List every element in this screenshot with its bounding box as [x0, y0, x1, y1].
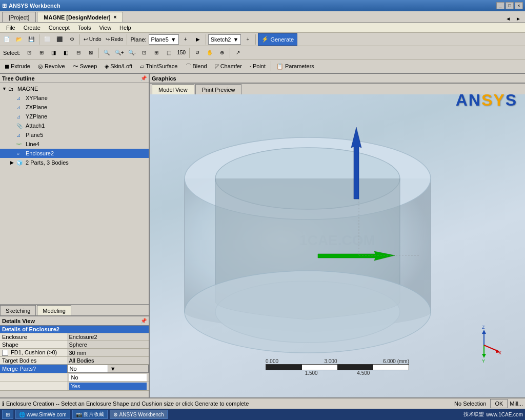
- tb-icon1[interactable]: ⬜: [42, 34, 53, 45]
- generate-btn[interactable]: ⚡ Generate: [258, 33, 297, 46]
- svg-text:X: X: [498, 350, 501, 355]
- minimize-btn[interactable]: _: [496, 2, 504, 9]
- zoom-extent-btn[interactable]: ⊕: [216, 47, 228, 58]
- open-btn[interactable]: 📂: [13, 34, 25, 45]
- scale-seg-4: [373, 365, 409, 370]
- close-btn[interactable]: ×: [515, 2, 523, 9]
- sep3: [127, 34, 127, 45]
- save-btn[interactable]: 💾: [26, 34, 37, 45]
- view-btn5[interactable]: ⊞: [151, 47, 162, 58]
- menu-concept[interactable]: Concept: [45, 24, 74, 32]
- tab-modeling[interactable]: Modeling: [37, 305, 71, 315]
- sep8: [230, 48, 230, 58]
- view-btn3[interactable]: 🔍-: [126, 47, 137, 58]
- tab-next-btn[interactable]: ►: [514, 15, 523, 22]
- view-btn7[interactable]: 150: [175, 47, 187, 58]
- taskbar: ⊞ 🌐 www.SimWe.com 📷 图片收藏 ⚙ ANSYS Workben…: [0, 409, 525, 420]
- start-btn[interactable]: ⊞: [2, 410, 13, 419]
- extrude-btn[interactable]: ◼ Extrude: [1, 60, 34, 72]
- graphics-area[interactable]: Graphics ANSYS 1CAE.COM: [150, 74, 525, 397]
- details-pin-icon[interactable]: 📌: [140, 318, 147, 324]
- undo-btn[interactable]: ↩ Undo: [82, 34, 103, 45]
- option-no[interactable]: No: [69, 374, 147, 381]
- parameters-btn[interactable]: 📋 Parameters: [273, 60, 318, 72]
- merge-dropdown-arrow[interactable]: ▼: [108, 365, 148, 372]
- scale-ruler: 0.000 3.000 6.000 (mm) 1.500 4.500: [266, 358, 409, 376]
- plane-add-btn[interactable]: +: [180, 34, 191, 45]
- chamfer-btn[interactable]: ◸ Chamfer: [211, 60, 246, 72]
- point-btn[interactable]: · Point: [246, 60, 269, 72]
- revolve-icon: ◎: [38, 63, 43, 70]
- menu-file[interactable]: File: [2, 24, 19, 32]
- tab-sketching[interactable]: Sketching: [0, 305, 36, 315]
- status-mill-text: Mill...: [510, 401, 523, 407]
- select-mode6[interactable]: ⊠: [85, 47, 96, 58]
- sweep-btn[interactable]: 〜 Sweep: [69, 60, 101, 72]
- taskbar-photos[interactable]: 📷 图片收藏: [72, 410, 108, 419]
- tab-prev-btn[interactable]: ◄: [503, 15, 513, 22]
- thinsurface-btn[interactable]: ▱ Thin/Surface: [136, 60, 181, 72]
- taskbar-simwe[interactable]: 🌐 www.SimWe.com: [15, 410, 70, 419]
- view-btn6[interactable]: ⬚: [163, 47, 174, 58]
- tree-item-line4[interactable]: 〰 Line4: [0, 139, 149, 149]
- select-mode1[interactable]: ⊡: [24, 47, 35, 58]
- option-yes[interactable]: Yes: [69, 383, 147, 390]
- chamfer-icon: ◸: [215, 63, 219, 70]
- status-ok-btn[interactable]: OK: [490, 399, 508, 408]
- details-row-no-option[interactable]: No: [0, 373, 149, 382]
- details-row-yes-option[interactable]: Yes: [0, 382, 149, 391]
- select-mode4[interactable]: ◧: [60, 47, 72, 58]
- tree-item-plane5[interactable]: ⊿ Plane5: [0, 130, 149, 139]
- cushion-checkbox[interactable]: [2, 350, 8, 356]
- merge-dropdown[interactable]: No ▼: [67, 365, 149, 373]
- taskbar-ansys[interactable]: ⚙ ANSYS Workbench: [110, 410, 168, 419]
- details-val-yes[interactable]: Yes: [67, 382, 149, 391]
- tab-designmodeler[interactable]: MAGNE [DesignModeler] ×: [37, 12, 123, 22]
- generate-icon: ⚡: [261, 36, 269, 43]
- tree-item-enclosure2[interactable]: ○ Enclosure2: [0, 149, 149, 158]
- menu-tools[interactable]: Tools: [74, 24, 95, 32]
- new-btn[interactable]: 📄: [1, 34, 12, 45]
- pan-btn[interactable]: ✋: [204, 47, 215, 58]
- tb-icon2[interactable]: ⬛: [54, 34, 65, 45]
- tree-item-yzplane[interactable]: ⊿ YZPlane: [0, 112, 149, 121]
- tree-item-bodies[interactable]: ▶ 🧊 2 Parts, 3 Bodies: [0, 158, 149, 167]
- maximize-btn[interactable]: □: [506, 2, 514, 9]
- rotate-btn[interactable]: ↺: [192, 47, 203, 58]
- sketch-add-btn[interactable]: +: [242, 34, 253, 45]
- redo-btn[interactable]: ↪ Redo: [104, 34, 125, 45]
- blend-btn[interactable]: ⌒ Blend: [182, 60, 211, 72]
- tree-item-zxplane[interactable]: ⊿ ZXPlane: [0, 103, 149, 112]
- plane-icon-5: ⊿: [16, 132, 25, 138]
- tab-close-icon[interactable]: ×: [114, 14, 117, 20]
- view-btn1[interactable]: 🔍: [101, 47, 112, 58]
- details-val-merge[interactable]: No ▼: [67, 365, 149, 373]
- revolve-btn[interactable]: ◎ Revolve: [34, 60, 69, 72]
- tree-item-xyplane[interactable]: ⊿ XYPlane: [0, 93, 149, 103]
- tb-icon3[interactable]: ⚙: [66, 34, 77, 45]
- menu-create[interactable]: Create: [19, 24, 45, 32]
- toolbar-select: Select: ⊡ ⊞ ◨ ◧ ⊟ ⊠ 🔍 🔍+ 🔍- ⊡ ⊞ ⬚ 150 ↺ …: [0, 46, 525, 59]
- select-mode5[interactable]: ⊟: [73, 47, 84, 58]
- tree-pin-icon[interactable]: 📌: [140, 75, 147, 81]
- tree-item-attach1[interactable]: 📎 Attach1: [0, 121, 149, 130]
- skinloft-icon: ◈: [105, 63, 109, 70]
- plane-nav-btn[interactable]: ▶: [192, 34, 204, 45]
- cursor-btn[interactable]: ↗: [232, 47, 244, 58]
- scale-bottom-numbers: 1.500 4.500: [266, 370, 409, 376]
- tab-project[interactable]: [Project]: [2, 12, 36, 22]
- plane-dropdown[interactable]: Plane5 ▼: [149, 34, 179, 45]
- sketch-dropdown[interactable]: Sketch2 ▼: [208, 34, 241, 45]
- select-mode2[interactable]: ⊞: [36, 47, 47, 58]
- viewport-3d[interactable]: ANSYS 1CAE.COM: [150, 83, 525, 397]
- details-val-no[interactable]: No: [67, 373, 149, 382]
- skinloft-btn[interactable]: ◈ Skin/Loft: [101, 60, 136, 72]
- menu-view[interactable]: View: [95, 24, 115, 32]
- view-btn4[interactable]: ⊡: [138, 47, 150, 58]
- scale-seg-3: [337, 365, 373, 370]
- menu-help[interactable]: Help: [115, 24, 135, 32]
- details-row-merge[interactable]: Merge Parts? No ▼: [0, 365, 149, 373]
- view-btn2[interactable]: 🔍+: [113, 47, 126, 58]
- select-mode3[interactable]: ◨: [48, 47, 59, 58]
- tree-item-magne[interactable]: ▼ 🗂 MAGNE: [0, 84, 149, 93]
